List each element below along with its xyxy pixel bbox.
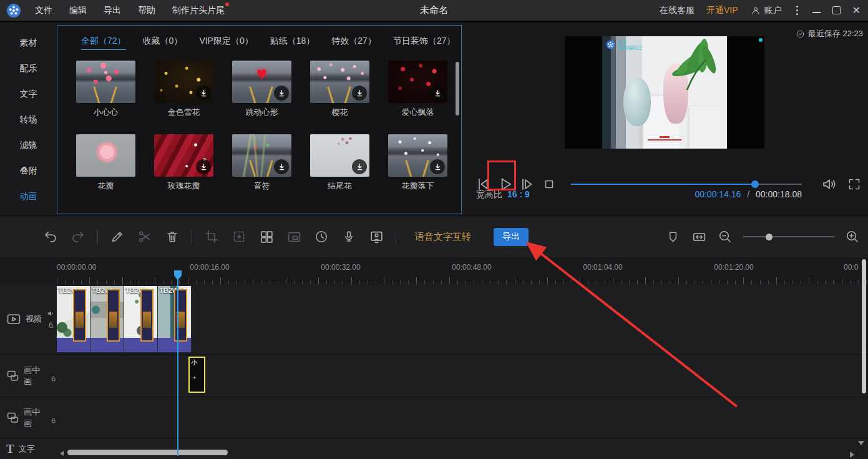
video-clip[interactable]: TB2Wl [124,286,158,352]
unlock-track-icon[interactable] [50,417,57,425]
tab-stickers[interactable]: 贴纸（18） [270,36,315,50]
tab-all[interactable]: 全部（72） [81,36,126,50]
freeze-frame-button[interactable] [231,229,247,245]
library-item[interactable]: 小心心 [76,61,135,118]
resize-handle-dot[interactable] [759,38,763,42]
library-item-thumbnail [310,61,369,103]
fit-timeline-button[interactable] [691,229,707,245]
library-item[interactable]: 结尾花 [310,134,369,192]
maximize-button[interactable] [832,6,841,14]
online-support-link[interactable]: 在线客服 [660,5,695,16]
download-icon[interactable] [430,159,445,174]
marker-button[interactable] [665,229,681,245]
aspect-ratio[interactable]: 宽高比16 : 9 [476,189,530,200]
library-item[interactable]: 花瓣 [76,134,135,192]
video-clip[interactable]: TB2WE [158,286,192,352]
horizontal-scrollbar[interactable] [67,450,228,455]
account-button[interactable]: 账户 [750,5,782,16]
chroma-key-button[interactable] [368,229,384,245]
library-item[interactable]: 花瓣落下 [388,134,447,192]
tab-effects[interactable]: 特效（27） [331,36,376,50]
animation-overlay[interactable] [140,289,154,342]
tab-vip-only[interactable]: VIP限定（0） [199,36,253,50]
library-item[interactable]: 音符 [232,134,291,192]
download-icon[interactable] [352,86,367,101]
video-clip[interactable]: TB2xd [57,286,90,352]
sidebar-item-media[interactable]: 素材 [0,30,57,56]
redo-button[interactable] [70,229,86,245]
minimize-button[interactable] [812,12,821,13]
menu-intro-outro[interactable]: 制作片头片尾 [172,5,225,16]
animation-overlay[interactable] [73,289,86,342]
video-clip[interactable]: TB2wF [90,286,124,352]
ruler-label: 00:01:20.00 [714,263,753,272]
timeline-zoom-handle[interactable] [766,234,773,240]
library-item[interactable]: 樱花 [310,61,369,118]
seek-handle[interactable] [751,180,759,188]
speech-to-text-button[interactable]: 语音文字互转 [415,231,471,243]
zoom-in-button[interactable] [844,229,861,245]
library-item-label: 爱心飘落 [388,107,447,118]
sidebar-item-text[interactable]: 文字 [0,81,57,107]
download-icon[interactable] [196,86,211,101]
sidebar-item-music[interactable]: 配乐 [0,56,57,81]
sidebar-item-transition[interactable]: 转场 [0,107,57,132]
library-item[interactable]: 跳动心形 [232,61,291,118]
menu-help[interactable]: 帮助 [138,5,155,16]
sidebar-item-animation[interactable]: 动画 [0,184,57,209]
library-scrollbar[interactable] [456,62,459,116]
undo-button[interactable] [42,229,59,245]
menu-file[interactable]: 文件 [35,5,52,16]
pip-button[interactable] [286,229,302,245]
pip-track-2: 画中画 [0,397,868,438]
timeline-zoom-slider[interactable] [743,236,834,237]
fullscreen-button[interactable] [847,177,862,192]
library-item[interactable]: 爱心飘落 [388,61,447,118]
download-icon[interactable] [274,159,289,174]
mute-track-icon[interactable] [47,309,56,318]
split-scissors-button[interactable] [137,229,153,245]
tab-holiday[interactable]: 节日装饰（27） [393,36,456,50]
split-screen-button[interactable] [258,229,275,245]
speaker-icon [821,176,837,193]
more-menu-icon[interactable] [796,9,798,11]
check-circle-icon [796,29,805,39]
record-voiceover-button[interactable] [341,229,357,245]
sidebar-item-filter[interactable]: 滤镜 [0,132,57,158]
scroll-left-arrow[interactable] [60,451,64,456]
vertical-scrollbar[interactable] [862,259,866,393]
library-item[interactable]: 玫瑰花瓣 [154,134,213,192]
crop-button[interactable] [203,229,220,245]
edit-button[interactable] [109,229,125,245]
seek-bar[interactable] [571,184,802,185]
scroll-right-arrow[interactable] [850,452,854,458]
close-button[interactable]: ✕ [852,6,861,16]
animation-clip-selected[interactable]: 小 [188,357,205,393]
animation-overlay[interactable] [107,289,120,342]
menu-export[interactable]: 导出 [104,5,121,16]
delete-button[interactable] [164,229,180,245]
unlock-track-icon[interactable] [47,321,55,329]
export-button[interactable]: 导出 [494,228,529,246]
unlock-track-icon[interactable] [50,375,57,383]
download-icon[interactable] [430,86,445,101]
video-track-icon [6,312,21,327]
sidebar-item-overlay[interactable]: 叠附 [0,158,57,184]
text-track-label: 文字 [19,443,35,455]
library-item[interactable]: 金色雪花 [154,61,213,118]
video-viewport: 欢迎 视频编辑王 [565,36,764,149]
download-icon[interactable] [196,159,211,174]
tab-favorites[interactable]: 收藏（0） [143,36,183,50]
zoom-out-button[interactable] [717,229,733,245]
timeline-ruler[interactable]: 00:00:00.00 00:00:16.00 00:00:32.00 00:0… [0,257,868,284]
stop-button[interactable] [542,177,557,192]
vip-upgrade-link[interactable]: 开通VIP [706,5,738,16]
download-icon[interactable] [274,86,289,101]
scroll-down-arrow[interactable] [858,441,864,445]
timecode-display: 00:00:14.16 / 00:00:18.08 [695,189,802,199]
menu-edit[interactable]: 编辑 [69,5,87,16]
download-icon[interactable] [352,159,367,174]
volume-button[interactable] [821,176,837,193]
animation-overlay[interactable] [174,289,187,342]
duration-button[interactable] [313,229,329,245]
